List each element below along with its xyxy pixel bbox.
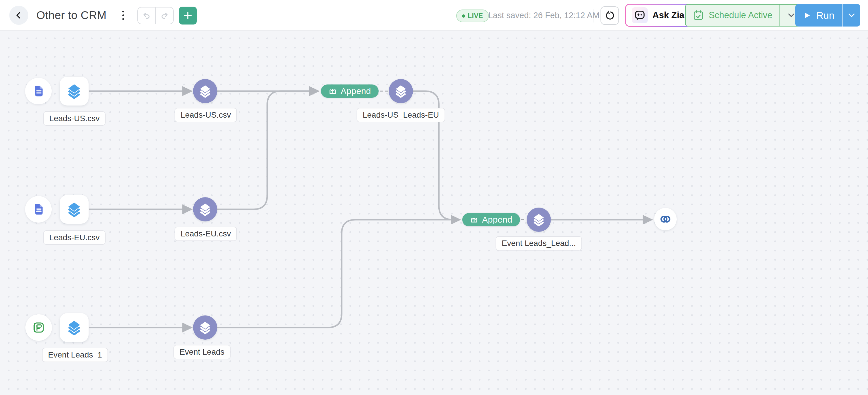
node-label-leads-eu-dataset[interactable]: Leads-EU.csv [175,227,237,241]
back-button[interactable] [9,6,28,25]
run-button[interactable]: Run [795,4,842,27]
arrowhead [309,86,320,96]
undo-button[interactable] [138,7,155,24]
layer-stack-icon [532,213,546,226]
form-icon [33,322,45,334]
schedule-button-group: Schedule Active [685,4,803,27]
redo-icon [160,11,169,20]
source-node-leads-eu[interactable] [25,196,52,223]
node-label-event-leads-source[interactable]: Event Leads_1 [42,348,108,362]
node-label-leads-us-leads-eu[interactable]: Leads-US_Leads-EU [356,108,445,122]
chevron-down-icon [787,11,796,20]
kebab-icon [122,11,124,12]
add-step-button[interactable] [179,7,197,25]
layer-stack-icon [66,320,82,335]
plus-icon [183,11,193,21]
schedule-label: Schedule Active [709,10,773,21]
zoho-crm-icon [659,212,672,226]
layer-stack-icon [394,85,407,98]
header-divider [594,9,594,23]
stage-node-leads-eu[interactable] [60,195,89,224]
arrowhead [643,215,653,225]
chevron-left-icon [14,11,23,20]
file-icon [32,85,45,97]
layer-stack-icon [198,321,212,334]
dataset-node-event-leads-merged[interactable] [527,207,551,232]
run-dropdown-button[interactable] [842,4,860,27]
append-label: Append [341,86,371,96]
run-label: Run [816,10,834,21]
schedule-button[interactable]: Schedule Active [686,5,779,26]
dataset-node-leads-eu[interactable] [193,197,217,222]
layer-stack-icon [66,201,82,217]
live-status-badge: LIVE [456,9,489,22]
node-label-leads-us-source[interactable]: Leads-US.csv [43,111,105,126]
chevron-down-icon [847,11,856,20]
undo-icon [142,11,151,20]
dataset-node-leads-us-leads-eu[interactable] [389,79,413,103]
undo-redo-group [137,7,174,24]
more-options-button[interactable] [120,8,127,23]
node-label-leads-us-dataset[interactable]: Leads-US.csv [175,108,237,122]
arrowhead [451,215,461,225]
connection-edges [0,31,868,395]
arrowhead [182,323,193,332]
dataset-node-leads-us[interactable] [193,79,217,103]
dataprep-pipeline-window: Other to CRM LIVE Last saved: 26 Feb, 12… [0,0,868,395]
file-icon [32,203,45,216]
append-transform-badge-1[interactable]: Append [321,85,379,98]
last-saved-text: Last saved: 26 Feb, 12:12 AM [488,10,599,20]
stage-node-leads-us[interactable] [60,77,89,105]
arrowhead [182,204,193,214]
append-label: Append [482,215,512,225]
source-node-leads-us[interactable] [25,78,52,104]
pipeline-title: Other to CRM [36,9,106,22]
arrowhead [182,86,193,96]
edge-event-leads-to-append2 [217,220,450,328]
append-icon [470,216,478,224]
refresh-button[interactable] [600,6,619,25]
layer-stack-icon [66,83,82,99]
redo-button[interactable] [155,7,173,24]
app-header: Other to CRM LIVE Last saved: 26 Feb, 12… [0,0,868,31]
ask-zia-button[interactable]: Ask Zia [625,4,691,27]
run-button-group: Run [795,4,860,27]
refresh-icon [604,10,615,21]
layer-stack-icon [198,203,212,216]
play-icon [803,11,811,19]
zia-chat-sparkles-icon [632,7,648,23]
node-label-leads-eu-source[interactable]: Leads-EU.csv [43,230,105,245]
ask-zia-label: Ask Zia [652,10,684,21]
layer-stack-icon [198,85,212,98]
live-dot-icon [462,14,465,18]
live-label: LIVE [468,12,483,20]
append-icon [329,87,337,95]
node-label-event-leads-merged[interactable]: Event Leads_Lead... [496,236,582,251]
dataset-node-event-leads[interactable] [193,316,217,340]
destination-node-crm[interactable] [654,208,677,230]
stage-node-event-leads[interactable] [60,313,89,342]
node-label-event-leads-dataset[interactable]: Event Leads [174,345,230,359]
source-node-event-leads[interactable] [25,314,52,341]
flow-canvas[interactable]: Leads-US.csv Leads-US.csv Append Leads- [0,31,868,395]
append-transform-badge-2[interactable]: Append [462,213,520,226]
calendar-check-icon [692,9,704,21]
